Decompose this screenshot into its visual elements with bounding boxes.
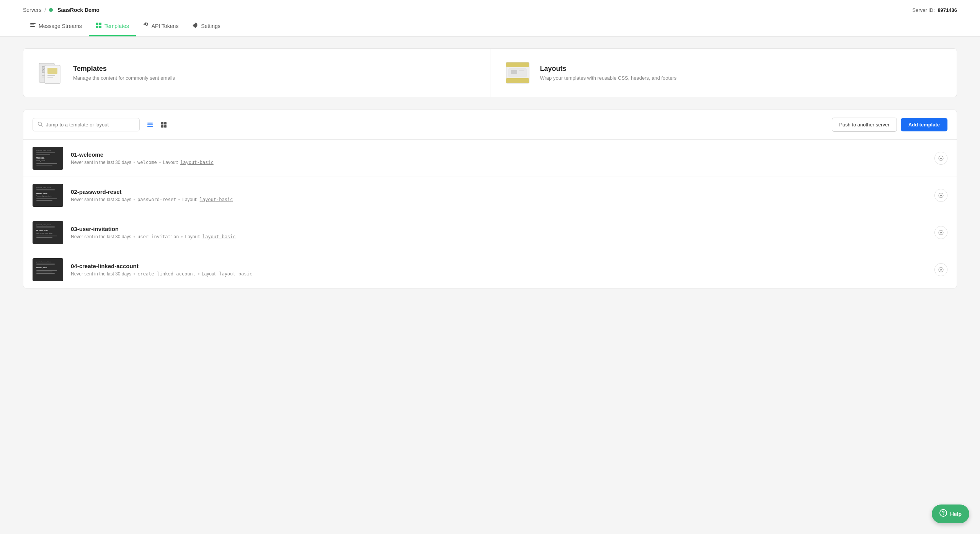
add-template-button[interactable]: Add template xyxy=(901,118,947,131)
meta-dot xyxy=(181,236,183,238)
template-name-02: 02-password-reset xyxy=(71,188,927,195)
svg-rect-20 xyxy=(506,78,529,83)
template-name-04: 04-create-linked-account xyxy=(71,263,927,269)
svg-rect-3 xyxy=(96,23,98,25)
template-alias-01: welcome xyxy=(137,160,157,165)
svg-point-37 xyxy=(939,267,943,272)
template-dropdown-btn-03[interactable] xyxy=(934,226,947,239)
templates-card-description: Manage the content for commonly sent ema… xyxy=(73,75,175,81)
template-layout-link-01[interactable]: layout-basic xyxy=(180,160,214,165)
breadcrumb: Servers / SaasRock Demo xyxy=(23,7,100,13)
meta-dot xyxy=(134,199,135,200)
grid-view-button[interactable] xyxy=(158,119,170,131)
list-view-button[interactable] xyxy=(144,119,156,131)
toolbar: Push to another server Add template xyxy=(23,110,957,140)
template-sent-04: Never sent in the last 30 days xyxy=(71,271,131,277)
server-name: SaasRock Demo xyxy=(57,7,100,13)
meta-dot xyxy=(178,199,180,200)
layouts-card-description: Wrap your templates with reusable CSS, h… xyxy=(540,75,677,81)
template-layout-label-02: Layout: xyxy=(182,197,197,202)
server-id: Server ID: 8971436 xyxy=(912,7,957,13)
template-dropdown-btn-04[interactable] xyxy=(934,263,947,276)
meta-dot xyxy=(134,162,135,163)
svg-point-34 xyxy=(939,156,943,161)
template-layout-link-04[interactable]: layout-basic xyxy=(219,271,252,277)
push-to-server-button[interactable]: Push to another server xyxy=(832,118,897,132)
meta-dot xyxy=(159,162,161,163)
svg-point-35 xyxy=(939,193,943,198)
message-streams-icon xyxy=(30,22,36,30)
template-meta-01: Never sent in the last 30 days welcome L… xyxy=(71,160,927,165)
svg-line-26 xyxy=(41,125,43,127)
api-tokens-icon xyxy=(143,22,149,30)
server-id-label: Server ID: xyxy=(912,7,935,13)
template-layout-link-02[interactable]: layout-basic xyxy=(200,197,233,202)
template-sent-02: Never sent in the last 30 days xyxy=(71,197,131,202)
template-item[interactable]: product_name_Value Hi name_Value, You re… xyxy=(23,177,957,214)
template-thumbnail-04: product_name_Value Hi name_Value xyxy=(33,258,63,281)
template-item[interactable]: product_name_Value Welcome, name_Value! … xyxy=(23,140,957,177)
templates-card-title: Templates xyxy=(73,65,175,73)
svg-rect-33 xyxy=(164,125,167,128)
template-dropdown-btn-01[interactable] xyxy=(934,152,947,165)
templates-card-icon xyxy=(37,59,64,86)
template-item[interactable]: product_name_Value Hi name_Value 04-crea… xyxy=(23,251,957,288)
template-thumbnail-03: product_name_Value Hi, name_Value! invit… xyxy=(33,221,63,244)
search-input[interactable] xyxy=(46,122,135,128)
info-cards-row: Templates Manage the content for commonl… xyxy=(23,48,957,97)
svg-rect-1 xyxy=(30,25,34,25)
template-dropdown-btn-02[interactable] xyxy=(934,189,947,202)
template-name-01: 01-welcome xyxy=(71,151,927,158)
template-info-02: 02-password-reset Never sent in the last… xyxy=(71,188,927,202)
toolbar-right: Push to another server Add template xyxy=(832,118,947,132)
meta-dot xyxy=(134,273,135,275)
servers-link[interactable]: Servers xyxy=(23,7,41,13)
template-item[interactable]: product_name_Value Hi, name_Value! invit… xyxy=(23,214,957,251)
tab-api-tokens-label: API Tokens xyxy=(152,23,179,29)
template-thumbnail-02: product_name_Value Hi name_Value, You re… xyxy=(33,184,63,207)
svg-rect-32 xyxy=(161,125,163,128)
svg-rect-22 xyxy=(511,70,517,74)
main-content: Templates Manage the content for commonl… xyxy=(0,37,980,300)
template-list: product_name_Value Welcome, name_Value! … xyxy=(23,140,957,288)
svg-rect-5 xyxy=(96,26,98,28)
layouts-info-card[interactable]: Layouts Wrap your templates with reusabl… xyxy=(490,49,957,97)
templates-card-text: Templates Manage the content for commonl… xyxy=(73,65,175,81)
svg-rect-2 xyxy=(30,26,35,27)
settings-icon xyxy=(192,22,198,30)
tab-settings[interactable]: Settings xyxy=(185,18,227,36)
breadcrumb-separator: / xyxy=(44,7,46,13)
tab-api-tokens[interactable]: API Tokens xyxy=(136,18,186,36)
search-box[interactable] xyxy=(33,118,140,131)
svg-rect-0 xyxy=(30,23,36,24)
templates-info-card[interactable]: Templates Manage the content for commonl… xyxy=(23,49,490,97)
svg-rect-29 xyxy=(147,126,153,127)
layouts-card-text: Layouts Wrap your templates with reusabl… xyxy=(540,65,677,81)
svg-rect-24 xyxy=(519,72,523,73)
layouts-card-title: Layouts xyxy=(540,65,677,73)
server-status-dot xyxy=(49,8,53,12)
svg-rect-31 xyxy=(164,122,167,124)
server-id-value: 8971436 xyxy=(938,7,957,13)
search-icon xyxy=(38,121,43,128)
svg-rect-4 xyxy=(99,23,101,25)
template-meta-03: Never sent in the last 30 days user-invi… xyxy=(71,234,927,239)
meta-dot xyxy=(198,273,199,275)
tab-templates-label: Templates xyxy=(105,23,129,29)
template-layout-link-03[interactable]: layout-basic xyxy=(203,234,236,239)
tab-message-streams[interactable]: Message Streams xyxy=(23,18,89,36)
svg-rect-23 xyxy=(519,70,524,71)
template-info-01: 01-welcome Never sent in the last 30 day… xyxy=(71,151,927,165)
template-sent-03: Never sent in the last 30 days xyxy=(71,234,131,239)
layouts-card-icon xyxy=(504,59,531,86)
breadcrumb-row: Servers / SaasRock Demo Server ID: 89714… xyxy=(23,0,957,13)
template-layout-label-03: Layout: xyxy=(185,234,200,239)
svg-rect-27 xyxy=(147,123,153,124)
template-info-04: 04-create-linked-account Never sent in t… xyxy=(71,263,927,277)
template-name-03: 03-user-invitation xyxy=(71,226,927,232)
template-layout-label-01: Layout: xyxy=(163,160,178,165)
svg-rect-19 xyxy=(506,62,529,67)
top-bar: Servers / SaasRock Demo Server ID: 89714… xyxy=(0,0,980,37)
svg-rect-17 xyxy=(47,77,53,78)
tab-templates[interactable]: Templates xyxy=(89,18,136,36)
